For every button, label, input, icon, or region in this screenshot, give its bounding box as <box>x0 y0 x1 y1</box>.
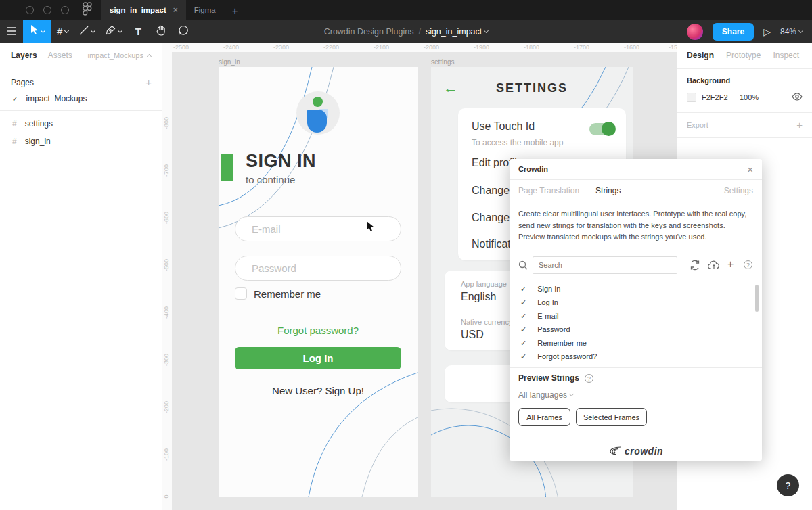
search-input[interactable] <box>533 256 677 274</box>
layer-item-sign-in[interactable]: # sign_in <box>12 137 51 146</box>
app-logo[interactable] <box>296 91 340 135</box>
ruler-tick: -500 <box>163 252 170 279</box>
scrollbar-thumb[interactable] <box>755 285 759 312</box>
check-icon: ✓ <box>520 339 526 348</box>
tab-design[interactable]: Design <box>687 51 714 60</box>
file-tab[interactable]: sign_in_impact × <box>102 0 186 20</box>
tab-assets[interactable]: Assets <box>48 51 72 60</box>
email-field[interactable]: E-mail <box>235 216 401 241</box>
plugin-title: Crowdin <box>518 165 548 173</box>
add-export-button[interactable]: + <box>796 119 803 131</box>
ruler-tick: -1700 <box>574 44 589 51</box>
frame-title-sign-in[interactable]: sign_in <box>219 58 240 66</box>
hand-icon <box>156 25 166 39</box>
sync-icon[interactable] <box>690 260 700 272</box>
shape-tool-button[interactable] <box>74 20 100 43</box>
sign-in-subtitle[interactable]: to continue <box>246 174 295 185</box>
pref-value[interactable]: English <box>461 291 496 303</box>
question-icon: ? <box>786 480 791 491</box>
close-icon[interactable]: × <box>747 164 753 175</box>
string-row[interactable]: ✓ Log In <box>510 296 762 309</box>
string-row[interactable]: ✓ Remember me <box>510 336 762 350</box>
string-row[interactable]: ✓ Password <box>510 323 762 336</box>
canvas-frame-sign-in[interactable]: SIGN IN to continue E-mail Password Reme… <box>219 67 418 497</box>
window-zoom-button[interactable] <box>61 6 69 14</box>
eye-icon[interactable] <box>792 93 803 103</box>
background-section-label: Background <box>687 76 730 85</box>
log-in-button[interactable]: Log In <box>235 347 401 369</box>
ruler-tick: -1600 <box>624 44 639 51</box>
figma-home-tab[interactable]: Figma <box>186 0 224 20</box>
string-row[interactable]: ✓ Forgot password? <box>510 350 762 363</box>
tab-inspect[interactable]: Inspect <box>773 51 799 60</box>
comment-tool-button[interactable] <box>172 20 195 43</box>
string-row[interactable]: ✓ E-mail <box>510 309 762 323</box>
chevron-down-icon[interactable] <box>64 28 69 32</box>
chevron-down-icon[interactable] <box>91 28 95 32</box>
pages-section-label: Pages <box>11 78 34 87</box>
string-row[interactable]: ✓ Sign In <box>510 282 762 296</box>
avatar[interactable] <box>687 24 703 40</box>
plugin-tab-page-translation[interactable]: Page Translation <box>518 186 579 195</box>
tab-layers[interactable]: Layers <box>11 51 37 60</box>
touch-id-toggle[interactable] <box>589 123 615 135</box>
pref-value[interactable]: USD <box>461 329 484 341</box>
new-tab-button[interactable]: + <box>224 0 246 20</box>
add-string-button[interactable]: + <box>727 258 734 271</box>
chevron-down-icon[interactable] <box>118 28 122 32</box>
present-play-icon[interactable]: ▷ <box>763 26 771 37</box>
check-icon: ✓ <box>520 352 526 361</box>
settings-title[interactable]: SETTINGS <box>431 81 633 95</box>
export-section-label: Export <box>687 121 708 129</box>
check-icon: ✓ <box>520 325 526 334</box>
ruler-tick: 0 <box>163 483 170 510</box>
check-icon: ✓ <box>12 95 18 103</box>
password-field[interactable]: Password <box>235 256 401 281</box>
help-icon[interactable]: ? <box>744 260 752 269</box>
ruler-tick: -700 <box>163 157 170 184</box>
plus-icon: + <box>232 5 238 16</box>
pref-label: Native currency <box>461 318 512 326</box>
sign-up-link[interactable]: New User? Sign Up! <box>219 385 418 396</box>
selected-frames-button[interactable]: Selected Frames <box>576 408 647 426</box>
window-minimize-button[interactable] <box>43 6 51 14</box>
forgot-password-link[interactable]: Forgot password? <box>219 325 418 337</box>
remember-me-checkbox[interactable] <box>235 287 247 300</box>
hand-tool-button[interactable] <box>149 20 172 43</box>
ruler-tick: -2400 <box>223 44 239 51</box>
figma-app-window: sign_in_impact × Figma + # <box>0 0 812 510</box>
main-menu-button[interactable] <box>0 20 23 43</box>
background-color-swatch[interactable] <box>687 93 696 102</box>
all-frames-button[interactable]: All Frames <box>518 408 570 426</box>
background-opacity-value[interactable]: 100% <box>740 93 759 101</box>
plugin-tab-settings[interactable]: Settings <box>724 186 753 195</box>
background-hex-value[interactable]: F2F2F2 <box>702 93 728 101</box>
sign-in-title[interactable]: SIGN IN <box>246 151 316 172</box>
window-close-button[interactable] <box>26 6 34 14</box>
add-page-button[interactable]: + <box>145 76 152 88</box>
settings-row[interactable]: Use Touch Id <box>472 120 535 133</box>
page-item[interactable]: ✓ impact_Mockups <box>12 94 87 103</box>
component-page-dropdown[interactable]: impact_Mockups <box>87 51 151 60</box>
chevron-down-icon[interactable] <box>41 28 45 32</box>
help-button[interactable]: ? <box>777 474 799 496</box>
frame-title-settings[interactable]: settings <box>431 58 454 66</box>
pen-tool-button[interactable] <box>100 20 127 43</box>
language-filter-dropdown[interactable]: All languages <box>518 390 573 400</box>
share-button[interactable]: Share <box>713 23 754 41</box>
tab-prototype[interactable]: Prototype <box>726 51 761 60</box>
frame-tool-button[interactable]: # <box>51 20 74 43</box>
help-icon[interactable]: ? <box>585 374 593 383</box>
close-tab-icon[interactable]: × <box>173 5 178 15</box>
string-label: Forgot password? <box>537 352 597 361</box>
frame-icon: # <box>57 26 62 37</box>
text-tool-button[interactable]: T <box>127 20 149 43</box>
zoom-level-dropdown[interactable]: 84% <box>780 27 803 37</box>
move-tool-button[interactable] <box>23 20 51 43</box>
plugin-tab-strings[interactable]: Strings <box>595 186 621 195</box>
cloud-upload-icon[interactable] <box>708 260 720 271</box>
title-accent-bar[interactable] <box>221 154 233 181</box>
layer-item-settings[interactable]: # settings <box>12 119 53 129</box>
ruler-horizontal[interactable]: -2500 -2400 -2300 -2200 -2100 -2000 -190… <box>162 43 677 52</box>
ruler-vertical[interactable]: -800 -700 -600 -500 -400 -300 -200 -100 … <box>162 52 172 510</box>
